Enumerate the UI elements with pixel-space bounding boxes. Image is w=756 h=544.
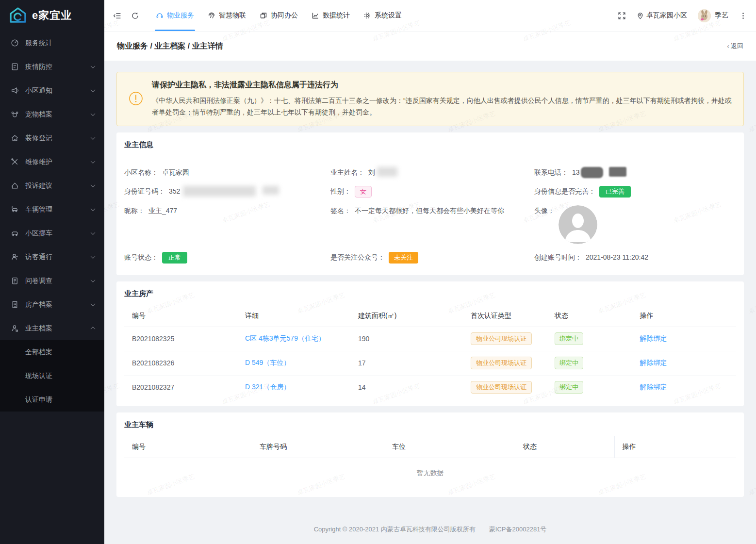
submenu-item-auth-apply[interactable]: 认证申请 <box>0 388 104 412</box>
sidebar-item-service-stats[interactable]: 服务统计 <box>0 31 104 55</box>
col-header-auth-type: 首次认证类型 <box>463 305 547 327</box>
field-nickname: 昵称： 业主_477 <box>124 205 330 244</box>
sidebar-item-label: 小区通知 <box>25 86 52 95</box>
col-header-plate: 车牌号码 <box>252 436 384 458</box>
chevron-down-icon <box>91 64 96 68</box>
tab-label: 智慧物联 <box>219 11 246 20</box>
chevron-up-icon <box>91 327 96 331</box>
property-row: B2021082325 C区 4栋3单元579（住宅） 190 物业公司现场认证… <box>124 327 736 351</box>
binding-status-badge: 绑定中 <box>555 332 583 345</box>
sidebar-item-survey[interactable]: 问卷调查 <box>0 269 104 293</box>
col-header-detail: 详细 <box>237 305 350 327</box>
submenu-item-label: 现场认证 <box>25 372 52 380</box>
sidebar-item-move-car[interactable]: 小区挪车 <box>0 221 104 245</box>
chevron-down-icon <box>91 159 96 164</box>
sidebar-item-complaints[interactable]: 投诉建议 <box>0 174 104 198</box>
more-menu-icon[interactable] <box>739 12 747 20</box>
sidebar-item-label: 宠物档案 <box>25 110 52 119</box>
vehicles-table: 编号 车牌号码 车位 状态 操作 <box>124 436 736 458</box>
auth-type-badge: 物业公司现场认证 <box>471 332 532 345</box>
property-detail-link[interactable]: D 321（仓房） <box>245 383 290 391</box>
account-status-badge: 正常 <box>162 252 187 264</box>
refresh-icon[interactable] <box>131 12 139 20</box>
sidebar-item-pets[interactable]: 宠物档案 <box>0 102 104 126</box>
sidebar-item-owner-archive[interactable]: 业主档案 <box>0 316 104 340</box>
app-title: e家宜业 <box>32 8 72 23</box>
tab-property-service[interactable]: 物业服务 <box>149 0 201 31</box>
sidebar-item-label: 业主档案 <box>25 324 52 333</box>
gauge-icon <box>11 39 19 47</box>
sidebar-item-vehicle-mgmt[interactable]: 车辆管理 <box>0 198 104 221</box>
follow-status-badge: 未关注 <box>389 252 418 264</box>
unbind-link[interactable]: 解除绑定 <box>640 334 667 342</box>
tab-collaboration[interactable]: 协同办公 <box>253 0 305 31</box>
submenu-item-all-archives[interactable]: 全部档案 <box>0 340 104 364</box>
field-phone: 联系电话： 13 <box>534 167 736 178</box>
sidebar-item-label: 疫情防控 <box>25 63 52 71</box>
sidebar-item-renovation[interactable]: 装修登记 <box>0 126 104 150</box>
tools-icon <box>11 158 19 166</box>
person-file-icon <box>11 324 19 332</box>
back-label: 返回 <box>731 42 743 50</box>
sidebar-item-notice[interactable]: 小区通知 <box>0 79 104 102</box>
owner-avatar-placeholder <box>559 205 597 244</box>
community-selector[interactable]: 卓瓦家园小区 <box>637 11 687 20</box>
notice-body: 《中华人民共和国刑法修正案（九）》：十七、将刑法第二百五十三条之一修改为：“违反… <box>152 95 732 118</box>
sidebar-item-epidemic[interactable]: 疫情防控 <box>0 55 104 79</box>
collapse-sidebar-icon[interactable] <box>113 12 121 20</box>
unbind-link[interactable]: 解除绑定 <box>640 359 667 366</box>
back-button[interactable]: ‹ 返回 <box>727 42 743 50</box>
col-header-status: 状态 <box>547 305 632 327</box>
sidebar-item-maintenance[interactable]: 维修维护 <box>0 150 104 174</box>
binding-status-badge: 绑定中 <box>555 381 583 394</box>
submenu-item-onsite-auth[interactable]: 现场认证 <box>0 364 104 388</box>
fullscreen-icon[interactable] <box>618 12 626 20</box>
community-name: 卓瓦家园小区 <box>646 11 687 20</box>
document-star-icon <box>11 63 19 71</box>
chevron-down-icon <box>91 135 96 140</box>
gender-badge: 女 <box>355 186 372 198</box>
house-tools-icon <box>11 134 19 142</box>
section-title-vehicles: 业主车辆 <box>116 412 744 436</box>
col-header-id: 编号 <box>124 305 237 327</box>
redacted-phone <box>609 167 626 177</box>
property-detail-link[interactable]: D 549（车位） <box>245 359 290 366</box>
tab-label: 物业服务 <box>167 11 194 20</box>
mail-icon <box>11 181 19 190</box>
tab-system-settings[interactable]: 系统设置 <box>357 0 409 31</box>
owner-vehicles-card: 业主车辆 编号 车牌号码 车位 状态 操作 暂无数据 <box>116 412 744 497</box>
field-id-number: 身份证号码： 352 <box>124 186 330 198</box>
unbind-link[interactable]: 解除绑定 <box>640 383 667 391</box>
tab-statistics[interactable]: 数据统计 <box>305 0 357 31</box>
owner-properties-card: 业主房产 编号 详细 建筑面积(㎡) 首次认证类型 状态 操作 <box>116 281 744 406</box>
property-area: 190 <box>350 327 463 351</box>
sidebar-item-label: 小区挪车 <box>25 229 52 238</box>
chevron-down-icon <box>91 254 96 259</box>
sidebar-item-property-archive[interactable]: 房产档案 <box>0 293 104 316</box>
fingerprint-icon <box>208 12 215 19</box>
sidebar-item-label: 车辆管理 <box>25 205 52 214</box>
property-id: B2021082325 <box>124 327 237 351</box>
user-menu[interactable]: 季艺 <box>698 9 728 22</box>
top-header: 物业服务 智慧物联 协同办公 数据统计 系统设置 <box>104 0 756 31</box>
notice-title: 请保护业主隐私，非法泄露业主隐私信息属于违法行为 <box>152 80 732 90</box>
section-title-owner-info: 业主信息 <box>116 132 744 156</box>
tab-smart-iot[interactable]: 智慧物联 <box>201 0 253 31</box>
field-owner-name: 业主姓名： 刘 <box>330 167 534 178</box>
owner-info-card: 业主信息 小区名称： 卓瓦家园 业主姓名： 刘 联系电话： 13 <box>116 132 744 275</box>
chevron-down-icon <box>91 206 96 211</box>
building-icon <box>11 300 19 309</box>
warning-icon <box>129 91 143 107</box>
tab-label: 系统设置 <box>375 11 402 20</box>
breadcrumb-bar: 物业服务 / 业主档案 / 业主详情 ‹ 返回 <box>104 31 756 61</box>
chevron-down-icon <box>91 111 96 116</box>
sidebar-item-visitor[interactable]: 访客通行 <box>0 245 104 269</box>
pet-icon <box>11 110 19 118</box>
field-identity-complete: 身份信息是否完善： 已完善 <box>534 186 736 198</box>
property-detail-link[interactable]: C区 4栋3单元579（住宅） <box>245 334 325 342</box>
sidebar-item-label: 装修登记 <box>25 134 52 143</box>
vehicles-header-row: 编号 车牌号码 车位 状态 操作 <box>124 436 736 458</box>
redacted-phone <box>581 167 603 178</box>
username: 季艺 <box>715 11 728 20</box>
field-gender: 性别： 女 <box>330 186 534 198</box>
